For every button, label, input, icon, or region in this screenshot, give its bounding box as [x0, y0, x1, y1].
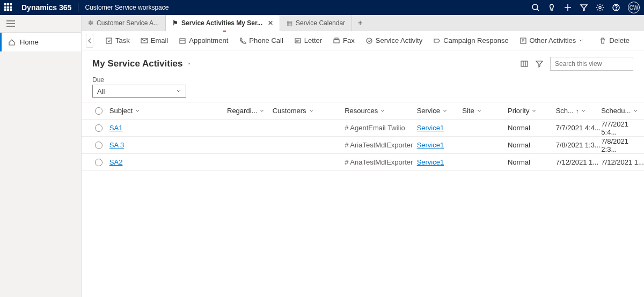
svg-point-0 [532, 4, 538, 10]
filter-icon[interactable] [580, 3, 588, 12]
col-regarding[interactable]: Regardi... [227, 107, 273, 115]
start-cell: 7/7/2021 4:4... [556, 124, 602, 132]
chevron-down-icon [176, 88, 181, 94]
service-link[interactable]: Service1 [417, 124, 444, 132]
row-checkbox[interactable] [88, 142, 109, 149]
col-subject[interactable]: Subject [109, 107, 227, 115]
col-scheduled-start[interactable]: Sch...↑ [556, 107, 602, 115]
close-icon[interactable]: ✕ [268, 19, 273, 27]
svg-point-20 [367, 38, 372, 43]
sidebar-item-label: Home [20, 38, 39, 46]
workspace-name: Customer Service workspace [85, 4, 169, 11]
table-row[interactable]: SA2 # AriaTestMdlExporter Service1 Norma… [82, 154, 644, 171]
subject-link[interactable]: SA2 [109, 158, 123, 166]
subject-link[interactable]: SA 3 [109, 141, 124, 149]
table-row[interactable]: SA 3 # AriaTestMdlExporter Service1 Norm… [82, 137, 644, 154]
search-view-box[interactable] [550, 57, 633, 71]
running-icon: ⚑ [172, 19, 178, 27]
avatar[interactable]: CW [628, 2, 640, 13]
view-title: My Service Activities [92, 58, 183, 69]
filter-view-button[interactable] [535, 60, 544, 68]
cmd-other-activities[interactable]: Other Activities [515, 34, 589, 47]
svg-rect-11 [106, 38, 112, 43]
tab-label: Service Calendar [296, 19, 345, 27]
edit-columns-button[interactable] [520, 60, 529, 68]
service-link[interactable]: Service1 [417, 141, 444, 149]
tab-service-calendar[interactable]: ▦ Service Calendar [280, 15, 352, 31]
cmd-email[interactable]: Email [136, 34, 173, 47]
cmd-campaign-response[interactable]: Campaign Response [429, 34, 513, 47]
row-checkbox[interactable] [88, 159, 109, 166]
priority-cell: Normal [508, 141, 556, 149]
table-row[interactable]: SA1 # AgentEmail Twilio Service1 Normal … [82, 120, 644, 137]
svg-rect-13 [180, 39, 185, 43]
start-cell: 7/12/2021 1... [556, 158, 602, 166]
sidebar-item-home[interactable]: Home [0, 33, 81, 51]
col-site[interactable]: Site [462, 107, 508, 115]
col-priority[interactable]: Priority [508, 107, 556, 115]
col-service[interactable]: Service [417, 107, 463, 115]
command-bar: Task Email Appointment Phone Call Letter… [82, 31, 644, 50]
col-scheduled-end[interactable]: Schedu... [601, 107, 644, 115]
col-resources[interactable]: Resources [345, 107, 416, 115]
tab-strip: ✽ Customer Service A... ⚑ Service Activi… [82, 15, 644, 31]
svg-rect-18 [334, 40, 339, 43]
help-icon[interactable] [612, 3, 620, 12]
resources-cell: # AriaTestMdlExporter [345, 141, 416, 149]
tab-label: Customer Service A... [97, 19, 159, 27]
filter-value: All [97, 87, 105, 95]
tab-service-activities[interactable]: ⚑ Service Activities My Ser... ✕ [166, 15, 280, 31]
end-cell: 7/7/2021 5:4... [601, 120, 644, 136]
cmd-fax[interactable]: Fax [328, 34, 359, 47]
cmd-service-activity[interactable]: Service Activity [361, 34, 427, 47]
sort-asc-icon: ↑ [576, 108, 579, 114]
end-cell: 7/12/2021 1... [601, 158, 644, 166]
svg-rect-15 [295, 39, 301, 43]
plus-icon[interactable] [564, 3, 572, 12]
service-link[interactable]: Service1 [417, 158, 444, 166]
hamburger-button[interactable] [0, 15, 81, 33]
lightbulb-icon[interactable] [547, 3, 556, 12]
start-cell: 7/8/2021 1:3... [556, 141, 602, 149]
brand-name: Dynamics 365 [21, 3, 71, 12]
grid-header: Subject Regardi... Customers Resources S… [82, 102, 644, 120]
tab-label: Service Activities My Ser... [181, 19, 262, 27]
svg-rect-22 [521, 61, 528, 66]
search-icon[interactable] [531, 3, 540, 12]
home-icon [8, 39, 16, 46]
svg-line-1 [537, 9, 539, 11]
add-tab-button[interactable]: + [352, 15, 368, 31]
back-button[interactable] [86, 34, 93, 48]
app-launcher-icon[interactable] [4, 3, 13, 12]
cmd-task[interactable]: Task [101, 34, 134, 47]
subject-link[interactable]: SA1 [109, 124, 123, 132]
calendar-icon: ▦ [287, 19, 292, 27]
cmd-phone[interactable]: Phone Call [235, 34, 288, 47]
priority-cell: Normal [508, 158, 556, 166]
cmd-delete-dropdown[interactable] [640, 36, 644, 46]
cmd-delete[interactable]: Delete [595, 34, 634, 47]
col-customers[interactable]: Customers [273, 107, 345, 115]
filter-row: Due All [82, 73, 644, 102]
cmd-appointment[interactable]: Appointment [174, 34, 232, 47]
view-title-dropdown[interactable]: My Service Activities [92, 58, 192, 69]
resources-cell: # AgentEmail Twilio [345, 124, 416, 132]
end-cell: 7/8/2021 2:3... [601, 137, 644, 153]
svg-point-5 [599, 6, 601, 9]
sidebar: Home [0, 15, 82, 297]
svg-rect-19 [335, 38, 338, 40]
row-checkbox[interactable] [88, 124, 109, 132]
global-topbar: Dynamics 365 Customer Service workspace … [0, 0, 644, 15]
gear-icon[interactable] [596, 3, 604, 12]
resources-cell: # AriaTestMdlExporter [345, 158, 416, 166]
priority-cell: Normal [508, 124, 556, 132]
search-input[interactable] [555, 60, 635, 68]
view-header: My Service Activities [82, 50, 644, 73]
select-all-checkbox[interactable] [88, 107, 109, 115]
snowflake-icon: ✽ [88, 19, 93, 27]
grid: Subject Regardi... Customers Resources S… [82, 102, 644, 171]
due-filter-select[interactable]: All [92, 85, 186, 98]
cmd-letter[interactable]: Letter [290, 34, 326, 47]
tab-customer-service[interactable]: ✽ Customer Service A... [82, 15, 166, 31]
divider [78, 3, 78, 12]
